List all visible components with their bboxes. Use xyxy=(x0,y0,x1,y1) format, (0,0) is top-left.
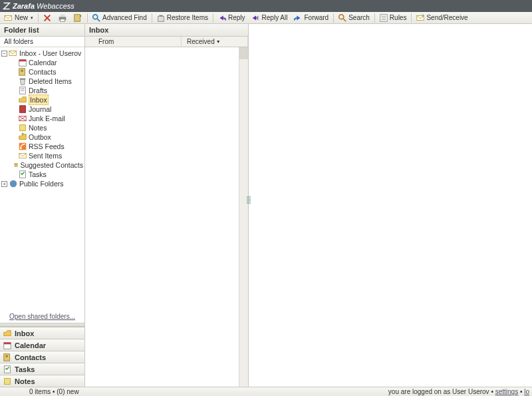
tree-folder-inbox[interactable]: Inbox xyxy=(11,95,83,104)
reply-all-button[interactable]: Reply All xyxy=(249,13,291,23)
nav-contacts[interactable]: Contacts xyxy=(0,351,84,363)
forward-button[interactable]: Forward xyxy=(291,13,332,23)
address-book-button[interactable] xyxy=(70,13,86,23)
svg-rect-7 xyxy=(158,16,164,21)
trash-icon xyxy=(18,77,27,86)
column-headers: From Received ▼ xyxy=(85,37,248,47)
svg-rect-13 xyxy=(19,60,27,62)
inbox-icon xyxy=(18,95,27,104)
tree-folder-label: Sent Items xyxy=(29,151,62,160)
tree-public-folders[interactable]: + Public Folders xyxy=(1,179,83,188)
tree-folder-label: Junk E-mail xyxy=(29,114,65,123)
toolbar-separator xyxy=(411,13,412,23)
splitter-handle[interactable] xyxy=(247,196,251,215)
tree-folder-label: RSS Feeds xyxy=(29,142,65,151)
tree-folder-deleted-items[interactable]: Deleted Items xyxy=(11,77,83,86)
rules-button[interactable]: Rules xyxy=(376,13,410,23)
main-area: Folder list All folders − Inbox - User U… xyxy=(0,24,532,387)
svg-rect-2 xyxy=(61,14,65,17)
toolbar-separator xyxy=(333,13,334,23)
tree-folder-contacts[interactable]: Contacts xyxy=(11,67,83,77)
tree-folder-sent-items[interactable]: Sent Items xyxy=(11,151,83,160)
restore-items-button[interactable]: Restore Items xyxy=(154,13,211,23)
search-label: Search xyxy=(348,14,370,21)
nav-inbox[interactable]: Inbox xyxy=(0,327,84,339)
scrollbar[interactable] xyxy=(239,47,248,387)
folder-list-title: Folder list xyxy=(0,24,84,37)
dropdown-arrow-icon: ▾ xyxy=(31,15,33,21)
tree-folder-label: Contacts xyxy=(29,67,56,77)
tree-folder-junk-e-mail[interactable]: Junk E-mail xyxy=(11,114,83,123)
open-shared-folders-link[interactable]: Open shared folders... xyxy=(0,310,84,323)
tree-folder-suggested-contacts[interactable]: Suggested Contacts xyxy=(11,160,83,170)
new-button[interactable]: New ▾ xyxy=(1,13,37,23)
rules-label: Rules xyxy=(390,14,407,21)
tree-folder-outbox[interactable]: Outbox xyxy=(11,132,83,142)
tree-folder-label: Drafts xyxy=(29,86,47,95)
tree-folder-rss-feeds[interactable]: RSS Feeds xyxy=(11,142,83,151)
reply-button[interactable]: Reply xyxy=(215,13,249,23)
reply-all-label: Reply All xyxy=(262,14,288,21)
tree-folder-calendar[interactable]: Calendar xyxy=(11,58,83,67)
tree-folder-journal[interactable]: Journal xyxy=(11,104,83,114)
toolbar-separator xyxy=(38,13,39,23)
svg-point-22 xyxy=(20,147,22,149)
inbox-icon xyxy=(3,329,12,338)
tree-folder-notes[interactable]: Notes xyxy=(11,123,83,132)
nav-label: Contacts xyxy=(15,353,46,361)
contacts-icon xyxy=(18,67,27,77)
search-button[interactable]: Search xyxy=(335,13,373,23)
toolbar-separator xyxy=(87,13,88,23)
contacts-icon xyxy=(3,353,12,362)
forward-label: Forward xyxy=(304,14,329,21)
print-button[interactable] xyxy=(55,13,70,23)
toolbar-separator xyxy=(152,13,152,23)
send-receive-button[interactable]: Send/Receive xyxy=(413,13,471,23)
toolbar-separator xyxy=(374,13,375,23)
drafts-icon xyxy=(18,86,27,95)
mailbox-icon xyxy=(9,49,18,58)
status-item-count: 0 items • (0) new xyxy=(3,388,79,395)
tree-root-inbox-user[interactable]: − Inbox - User Userov xyxy=(1,49,83,58)
advanced-find-label: Advanced Find xyxy=(102,14,147,21)
nav-label: Calendar xyxy=(15,341,46,349)
settings-link[interactable]: settings xyxy=(495,388,518,395)
notes-icon xyxy=(3,377,12,386)
nav-label: Inbox xyxy=(15,329,34,337)
svg-point-25 xyxy=(16,164,17,165)
scrollbar-thumb[interactable] xyxy=(239,47,248,59)
sent-icon xyxy=(18,151,27,160)
outbox-icon xyxy=(18,132,27,142)
tree-folder-label: Deleted Items xyxy=(29,77,72,86)
advanced-find-button[interactable]: Advanced Find xyxy=(89,13,150,23)
nav-notes[interactable]: Notes xyxy=(0,375,84,387)
svg-rect-16 xyxy=(20,79,26,80)
svg-rect-18 xyxy=(20,106,26,113)
nav-calendar[interactable]: Calendar xyxy=(0,339,84,351)
tree-expand-icon[interactable]: + xyxy=(1,181,7,187)
app-header: Zarafa Webaccess xyxy=(0,0,532,12)
contacts-icon xyxy=(14,160,19,170)
restore-icon xyxy=(156,13,166,23)
tree-folder-drafts[interactable]: Drafts xyxy=(11,86,83,95)
tree-root-label: Inbox - User Userov xyxy=(19,49,81,58)
column-from[interactable]: From xyxy=(85,37,182,47)
folder-tree: − Inbox - User Userov CalendarContactsDe… xyxy=(0,47,84,310)
tree-collapse-icon[interactable]: − xyxy=(1,51,7,57)
message-list-body xyxy=(85,47,248,387)
svg-point-27 xyxy=(10,180,17,188)
delete-button[interactable] xyxy=(40,13,55,23)
tree-folder-tasks[interactable]: Tasks xyxy=(11,170,83,179)
zarafa-logo-icon xyxy=(3,2,11,10)
toolbar-separator xyxy=(213,13,213,23)
nav-tasks[interactable]: Tasks xyxy=(0,363,84,375)
journal-icon xyxy=(18,104,27,114)
rss-icon xyxy=(18,142,27,151)
tasks-icon xyxy=(3,365,12,374)
logout-link[interactable]: lo xyxy=(524,388,529,395)
open-shared-label[interactable]: Open shared folders... xyxy=(9,313,75,320)
svg-point-15 xyxy=(21,70,23,73)
svg-point-31 xyxy=(5,355,8,357)
public-folder-icon xyxy=(9,179,18,188)
column-received[interactable]: Received ▼ xyxy=(182,37,248,47)
